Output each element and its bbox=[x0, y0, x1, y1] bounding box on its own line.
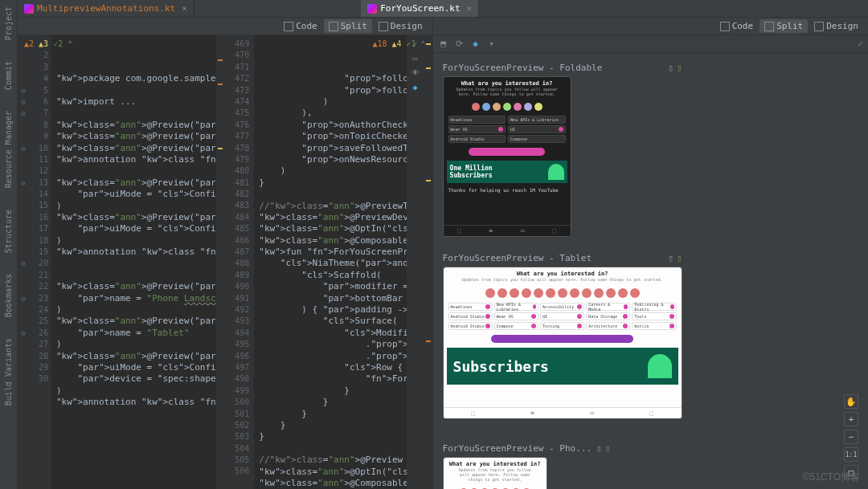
kotlin-icon bbox=[24, 4, 34, 14]
view-split-button[interactable]: Split bbox=[324, 19, 372, 33]
code-icon bbox=[284, 22, 293, 31]
rail-resource[interactable]: Resource Manager bbox=[4, 108, 13, 191]
deploy-icon[interactable]: ▯ bbox=[677, 253, 682, 263]
tab-label: ForYouScreen.kt bbox=[380, 3, 460, 14]
view-bar-right: Code Split Design bbox=[433, 18, 868, 35]
preview-tablet[interactable]: ForYouScreenPreview - Tablet▯▯ What are … bbox=[443, 253, 682, 419]
preview-pane: Code Split Design ⬒ ⟳ ◆ ▾ ✓ ForYouScreen… bbox=[432, 18, 868, 489]
design-icon bbox=[379, 22, 388, 31]
preview-foldable[interactable]: ForYouScreenPreview - Foldable▯▯ What ar… bbox=[443, 63, 682, 237]
tab-label: MultipreviewAnnotations.kt bbox=[37, 3, 175, 14]
error-stripe[interactable] bbox=[216, 35, 224, 489]
rail-commit[interactable]: Commit bbox=[4, 58, 13, 93]
deploy-icon[interactable]: ▯ bbox=[605, 443, 611, 454]
layers-icon[interactable]: ◆ bbox=[410, 82, 421, 93]
inspect-gutter: ✓ ▭ 👁 ◆ bbox=[407, 35, 424, 489]
eye-icon[interactable]: 👁 bbox=[410, 67, 421, 79]
deploy-icon[interactable]: ▯ bbox=[677, 63, 682, 73]
design-icon bbox=[814, 22, 824, 31]
preview-title: ForYouScreenPreview - Tablet bbox=[443, 253, 592, 263]
rail-bookmarks[interactable]: Bookmarks bbox=[4, 271, 13, 320]
code-area-left[interactable]: ▲2 ▲3 ✓2 ⌃ "kw">package com.google.sampl… bbox=[51, 35, 216, 489]
breakpoint-gutter[interactable]: ⚙⚙⚙⚙⚙⚙⚙⚙ bbox=[18, 35, 29, 489]
kotlin-icon bbox=[367, 4, 377, 14]
view-split-button[interactable]: Split bbox=[760, 19, 808, 33]
preview-title: ForYouScreenPreview - Pho... bbox=[443, 443, 592, 454]
zoom-ratio[interactable]: 1:1 bbox=[844, 447, 858, 462]
line-gutter: 4694704714724734744754764774784794804814… bbox=[225, 35, 254, 489]
deploy-icon[interactable]: ⬒ bbox=[438, 39, 449, 50]
zoom-in-button[interactable]: + bbox=[844, 412, 858, 426]
hand-icon[interactable]: ✋ bbox=[844, 394, 858, 409]
preview-title: ForYouScreenPreview - Foldable bbox=[443, 63, 603, 73]
editor-left[interactable]: ⚙⚙⚙⚙⚙⚙⚙⚙ 1234567891011121314151617181920… bbox=[18, 35, 224, 489]
rail-build[interactable]: Build Variants bbox=[4, 335, 13, 409]
chevron-down-icon[interactable]: ▾ bbox=[486, 39, 497, 50]
inspection-bar[interactable]: ▲18 ▲4 ✓1 ⌃ bbox=[372, 39, 406, 50]
code-area-right[interactable]: ▲18 ▲4 ✓1 ⌃ "prop">followableAuthor17, "… bbox=[254, 35, 406, 489]
preview-phone[interactable]: ForYouScreenPreview - Pho...▯▯ What are … bbox=[443, 443, 611, 489]
code-icon bbox=[720, 22, 730, 31]
close-icon[interactable]: × bbox=[182, 3, 187, 14]
rail-project[interactable]: Project bbox=[4, 3, 13, 43]
zoom-tools: ✋ + − 1:1 □ bbox=[841, 391, 862, 483]
ruler-icon[interactable]: ▭ bbox=[410, 53, 421, 64]
view-design-button[interactable]: Design bbox=[374, 19, 428, 33]
refresh-icon[interactable]: ⟳ bbox=[454, 39, 465, 50]
tab-foryouscreen[interactable]: ForYouScreen.kt × bbox=[361, 0, 479, 17]
view-code-button[interactable]: Code bbox=[715, 19, 759, 33]
phone-icon[interactable]: ▯ bbox=[596, 443, 602, 454]
split-icon bbox=[764, 22, 774, 31]
view-bar-left: Code Split Design bbox=[18, 18, 432, 35]
check-icon: ✓ bbox=[858, 39, 863, 49]
inspection-bar[interactable]: ▲2 ▲3 ✓2 ⌃ bbox=[51, 39, 72, 50]
split-icon bbox=[329, 22, 338, 31]
phone-icon[interactable]: ▯ bbox=[668, 63, 674, 73]
layers-icon[interactable]: ◆ bbox=[470, 39, 481, 50]
editor-tabs: MultipreviewAnnotations.kt × ForYouScree… bbox=[18, 0, 868, 18]
rail-structure[interactable]: Structure bbox=[4, 206, 13, 256]
editor-right[interactable]: 4694704714724734744754764774784794804814… bbox=[224, 35, 432, 489]
phone-icon[interactable]: ▯ bbox=[668, 253, 674, 263]
close-icon[interactable]: × bbox=[467, 3, 473, 14]
zoom-out-button[interactable]: − bbox=[844, 430, 858, 444]
error-stripe[interactable] bbox=[424, 35, 432, 489]
view-code-button[interactable]: Code bbox=[279, 19, 322, 33]
view-design-button[interactable]: Design bbox=[809, 19, 863, 33]
tab-multipreview[interactable]: MultipreviewAnnotations.kt × bbox=[18, 0, 194, 17]
left-tool-rail: Project Commit Resource Manager Structur… bbox=[0, 0, 18, 489]
line-gutter: 1234567891011121314151617181920212223242… bbox=[29, 35, 51, 489]
watermark: ©51CTO博客 bbox=[803, 471, 860, 484]
